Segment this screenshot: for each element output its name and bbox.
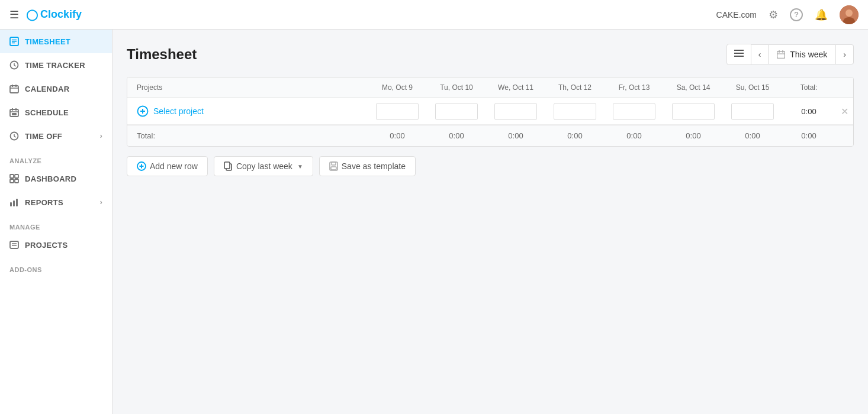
project-cell: Select project: [127, 98, 368, 124]
main-content: Timesheet ‹: [112, 30, 868, 414]
wed-input-cell: [486, 99, 545, 124]
total-sun: 0:00: [723, 125, 782, 146]
col-projects: Projects: [127, 77, 368, 98]
topbar: ☰ ◯ Clockify CAKE.com ⚙ ? 🔔: [0, 0, 868, 30]
svg-rect-49: [331, 167, 336, 170]
remove-row-button[interactable]: ✕: [841, 106, 848, 117]
copy-last-week-button[interactable]: Copy last week ▼: [214, 156, 313, 176]
add-new-row-label: Add new row: [150, 161, 198, 171]
col-mon: Mo, Oct 9: [368, 77, 427, 98]
table-header: Projects Mo, Oct 9 Tu, Oct 10 We, Oct 11…: [127, 77, 853, 98]
row-total: 0:00: [782, 100, 835, 123]
col-tue: Tu, Oct 10: [427, 77, 486, 98]
tue-input-cell: [427, 99, 486, 124]
svg-rect-25: [15, 179, 18, 183]
svg-rect-29: [10, 241, 18, 248]
copy-last-week-label: Copy last week: [236, 161, 292, 171]
bell-icon[interactable]: 🔔: [815, 8, 828, 21]
total-thu: 0:00: [545, 125, 605, 146]
sidebar-item-time-off-label: TIME OFF: [25, 132, 62, 141]
svg-rect-23: [15, 174, 18, 178]
puzzle-icon[interactable]: ⚙: [769, 8, 778, 21]
sidebar-item-projects[interactable]: PROJECTS: [0, 233, 112, 257]
sidebar-item-dashboard[interactable]: DASHBOARD: [0, 167, 112, 190]
sidebar-item-timesheet[interactable]: TIMESHEET: [0, 30, 112, 53]
view-toggle-button[interactable]: [726, 44, 751, 65]
sidebar-item-time-off[interactable]: TIME OFF ›: [0, 124, 112, 148]
reports-chevron: ›: [100, 198, 102, 206]
manage-section-label: MANAGE: [0, 214, 112, 233]
help-icon[interactable]: ?: [790, 8, 803, 21]
prev-week-button[interactable]: ‹: [751, 45, 769, 64]
sat-input[interactable]: [672, 103, 715, 120]
menu-icon[interactable]: ☰: [9, 8, 19, 21]
thu-input[interactable]: [554, 103, 596, 120]
copy-icon: [224, 161, 233, 171]
wed-input[interactable]: [494, 103, 537, 120]
sidebar-item-calendar[interactable]: CALENDAR: [0, 77, 112, 101]
table-row: Select project: [127, 98, 853, 125]
thu-input-cell: [545, 99, 605, 124]
add-circle-icon: [137, 105, 149, 117]
company-name: CAKE.com: [716, 10, 757, 20]
fri-input-cell: [605, 99, 664, 124]
copy-dropdown-arrow: ▼: [297, 163, 303, 170]
page-title: Timesheet: [127, 46, 197, 63]
next-week-button[interactable]: ›: [836, 45, 853, 64]
mon-input-cell: [368, 99, 427, 124]
sidebar-item-reports-label: REPORTS: [25, 198, 63, 207]
current-week-label: This week: [790, 50, 827, 59]
tue-input[interactable]: [435, 103, 478, 120]
col-actions: [835, 77, 853, 98]
header-controls: ‹ This week ›: [726, 44, 854, 65]
sun-input[interactable]: [731, 103, 774, 120]
page-header: Timesheet ‹: [127, 44, 854, 65]
total-tue: 0:00: [427, 125, 486, 146]
week-label: This week: [768, 45, 836, 64]
svg-rect-22: [10, 174, 14, 178]
sun-input-cell: [723, 99, 782, 124]
total-mon: 0:00: [368, 125, 427, 146]
fri-input[interactable]: [613, 103, 655, 120]
mon-input[interactable]: [376, 103, 419, 120]
col-sat: Sa, Oct 14: [664, 77, 723, 98]
svg-rect-46: [224, 162, 230, 169]
total-wed: 0:00: [486, 125, 545, 146]
save-as-template-label: Save as template: [342, 161, 406, 171]
save-as-template-button[interactable]: Save as template: [319, 156, 416, 176]
svg-rect-18: [12, 113, 17, 115]
select-project-button[interactable]: Select project: [153, 106, 204, 116]
add-row-icon: [137, 161, 146, 171]
col-fri: Fr, Oct 13: [605, 77, 664, 98]
projects-icon: [9, 240, 19, 250]
sidebar-item-time-tracker[interactable]: TIME TRACKER: [0, 53, 112, 77]
total-sat: 0:00: [664, 125, 723, 146]
svg-rect-27: [13, 200, 15, 206]
list-view-icon: [734, 49, 744, 57]
svg-rect-10: [10, 86, 18, 93]
sat-input-cell: [664, 99, 723, 124]
close-cell: ✕: [835, 101, 853, 122]
logo: ◯ Clockify: [26, 8, 82, 21]
col-wed: We, Oct 11: [486, 77, 545, 98]
avatar[interactable]: [840, 5, 859, 24]
sidebar-item-schedule[interactable]: SCHEDULE: [0, 101, 112, 124]
sidebar-item-projects-label: PROJECTS: [25, 241, 67, 250]
total-all: 0:00: [782, 125, 835, 146]
svg-point-1: [846, 9, 853, 17]
col-total: Total:: [782, 77, 835, 98]
sidebar: TIMESHEET TIME TRACKER CALENDAR: [0, 30, 112, 414]
add-new-row-button[interactable]: Add new row: [127, 156, 208, 176]
sidebar-item-time-tracker-label: TIME TRACKER: [25, 61, 85, 70]
week-navigator: ‹ This week ›: [751, 44, 854, 64]
total-fri: 0:00: [605, 125, 664, 146]
sidebar-item-reports[interactable]: REPORTS ›: [0, 190, 112, 214]
svg-rect-26: [10, 202, 12, 206]
clock-icon: [9, 60, 19, 70]
svg-line-9: [14, 66, 16, 67]
col-thu: Th, Oct 12: [545, 77, 605, 98]
svg-rect-24: [10, 179, 14, 183]
totals-label: Total:: [127, 125, 368, 146]
save-template-icon: [329, 161, 338, 171]
reports-icon: [9, 198, 19, 207]
